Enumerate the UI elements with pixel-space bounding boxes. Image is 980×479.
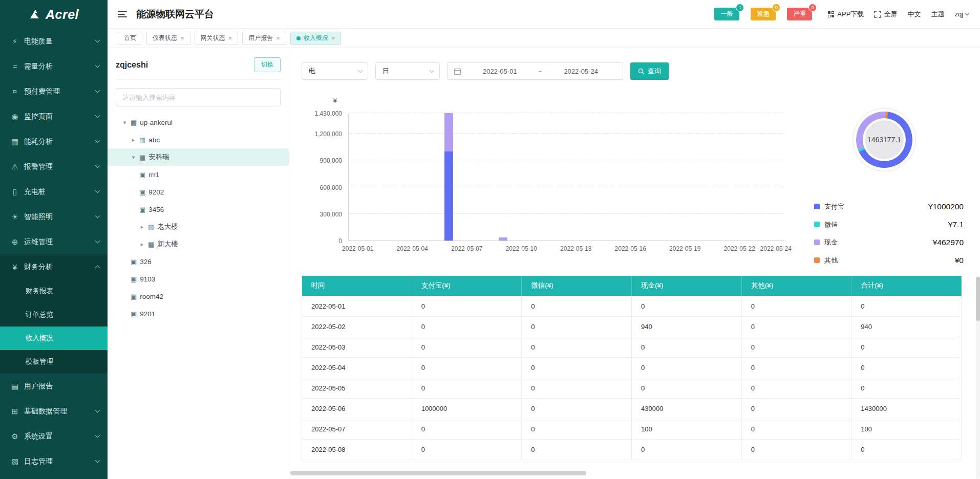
acrel-logo: Acrel (0, 0, 108, 29)
sidebar-subitem-financial-report[interactable]: 财务报表 (0, 279, 108, 303)
sidebar-subitem-template-management[interactable]: 模板管理 (0, 350, 108, 374)
x-axis-tick-label: 2022-05-13 (560, 245, 591, 252)
vertical-scrollbar-thumb[interactable] (976, 277, 980, 321)
switch-button[interactable]: 切换 (254, 57, 281, 72)
tree-node[interactable]: ▣326 (108, 253, 289, 270)
caret-right-icon: ▸ (139, 224, 145, 230)
app-download-link[interactable]: APP下载 (827, 10, 864, 19)
tab-label: 首页 (124, 34, 136, 42)
sidebar-subitem-order-overview[interactable]: 订单总览 (0, 303, 108, 326)
sidebar-item-log-management[interactable]: ▧日志管理 (0, 449, 108, 474)
table-cell: 0 (412, 439, 522, 460)
period-select[interactable]: 日 (375, 62, 440, 80)
theme-switch[interactable]: 主题 (931, 10, 944, 19)
legend-item[interactable]: 现金¥462970 (814, 235, 964, 250)
tab-label: 收入概况 (304, 34, 328, 42)
sidebar-item-smart-lighting[interactable]: ☀智能照明 (0, 204, 108, 229)
legend-item[interactable]: 其他¥0 (814, 253, 964, 268)
tree-panel: zqjceshi 切换 ▾▦up-ankerui▸▦abc▾▦安科瑞▣rrr1▣… (108, 48, 289, 479)
logo-text: Acrel (46, 7, 79, 22)
gridline (349, 160, 784, 160)
sidebar-item-financial-analysis[interactable]: ¥财务分析 (0, 254, 108, 279)
date-start-value: 2022-05-01 (464, 68, 536, 75)
tab-meter-status[interactable]: 仪表状态× (146, 32, 190, 45)
tree-node[interactable]: ▣3456 (108, 201, 289, 218)
sidebar-item-power-quality[interactable]: ⚡电能质量 (0, 29, 108, 54)
close-icon[interactable]: × (276, 35, 280, 41)
tree-node[interactable]: ▾▦up-ankerui (108, 114, 289, 131)
sidebar-item-demand-analysis[interactable]: ≈需量分析 (0, 54, 108, 79)
energy-type-select[interactable]: 电 (302, 62, 368, 80)
sidebar-item-ops-management[interactable]: ⊕运维管理 (0, 229, 108, 254)
alarm-badge-general[interactable]: 一般1 (714, 8, 739, 20)
fullscreen-link[interactable]: 全屏 (874, 10, 897, 19)
x-axis-tick-label: 2022-05-16 (615, 245, 646, 252)
horizontal-scrollbar-thumb[interactable] (290, 471, 586, 475)
x-axis-tick-label: 2022-05-07 (451, 245, 482, 252)
table-cell: 0 (522, 419, 632, 439)
table-row: 2022-05-0800000 (302, 439, 962, 460)
close-icon[interactable]: × (331, 35, 335, 41)
close-icon[interactable]: × (228, 35, 232, 41)
vertical-scrollbar[interactable] (976, 276, 980, 479)
tree-node[interactable]: ▣9201 (108, 305, 289, 322)
x-axis-tick-label: 2022-05-10 (506, 245, 537, 252)
tree-node[interactable]: ▣9202 (108, 183, 289, 201)
tree-node[interactable]: ▸▦新大楼 (108, 235, 289, 253)
tab-income-overview[interactable]: 收入概况× (290, 32, 342, 45)
table-cell: 2022-05-06 (302, 398, 412, 419)
table-cell: 0 (631, 439, 741, 460)
tab-home[interactable]: 首页 (118, 32, 142, 45)
close-icon[interactable]: × (180, 35, 184, 41)
page-title: 能源物联网云平台 (136, 8, 214, 21)
finance-icon: ¥ (10, 263, 19, 271)
sidebar-item-charging-pile[interactable]: ▯充电桩 (0, 179, 108, 204)
alarm-badge-urgent[interactable]: 紧急0 (751, 8, 776, 20)
tab-user-report[interactable]: 用户报告× (242, 32, 286, 45)
tree-node[interactable]: ▸▦abc (108, 131, 289, 148)
tree-node[interactable]: ▣room42 (108, 288, 289, 305)
sidebar-item-basic-data-management[interactable]: ⊞基础数据管理 (0, 399, 108, 424)
date-range-picker[interactable]: 2022-05-01 ~ 2022-05-24 (447, 62, 623, 80)
chart-legend: 支付宝¥1000200微信¥7.1现金¥462970其他¥0 (814, 199, 964, 271)
legend-name: 现金 (824, 238, 838, 247)
user-menu[interactable]: zqj (954, 10, 969, 18)
tree-node[interactable]: ▣rrr1 (108, 166, 289, 183)
charging-icon: ▯ (10, 187, 19, 197)
sidebar-item-alarm-management[interactable]: ⚠报警管理 (0, 154, 108, 179)
tree-node-label: rrr1 (148, 171, 159, 179)
legend-item[interactable]: 支付宝¥1000200 (814, 199, 964, 214)
tree-node[interactable]: ▣9103 (108, 270, 289, 288)
sidebar-subitem-income-overview[interactable]: 收入概况 (0, 326, 108, 350)
report-icon: ▤ (10, 382, 19, 391)
chart-area: ¥ 0300,000600,000900,0001,200,0001,430,0… (302, 95, 967, 272)
language-switch[interactable]: 中文 (907, 10, 921, 19)
sidebar-item-prepaid-management[interactable]: ¤预付费管理 (0, 79, 108, 104)
table-cell: 2022-05-04 (302, 357, 412, 378)
tree-node[interactable]: ▾▦安科瑞 (108, 148, 289, 166)
sidebar-item-energy-analysis[interactable]: ▦能耗分析 (0, 129, 108, 154)
alarm-badge-critical[interactable]: 严重0 (787, 8, 812, 20)
tree-node-label: 9201 (140, 310, 155, 318)
tab-gateway-status[interactable]: 网关状态× (195, 32, 239, 45)
table-cell: 0 (741, 357, 851, 378)
sidebar-item-label: 用户报告 (24, 382, 99, 391)
sidebar-item-system-settings[interactable]: ⚙系统设置 (0, 424, 108, 449)
sidebar-item-monitor-pages[interactable]: ◉监控页面 (0, 104, 108, 129)
building-icon: ▦ (131, 119, 137, 126)
sidebar-item-user-report[interactable]: ▤用户报告 (0, 374, 108, 399)
legend-value: ¥7.1 (948, 220, 964, 229)
table-cell: 0 (851, 296, 962, 316)
y-axis-tick-label: 900,000 (320, 157, 342, 164)
tree-node[interactable]: ▸▦老大楼 (108, 218, 289, 235)
query-button[interactable]: 查询 (630, 62, 669, 80)
energy-icon: ▦ (10, 137, 19, 146)
table-cell: 0 (412, 316, 522, 337)
tree-search-input[interactable] (116, 88, 281, 106)
tree-node-label: 326 (140, 258, 152, 266)
sidebar-item-label: 电能质量 (24, 37, 96, 46)
menu-toggle-icon[interactable] (118, 11, 127, 17)
table-row: 2022-05-061000000043000001430000 (302, 398, 962, 419)
caret-down-icon: ▾ (131, 154, 136, 161)
legend-item[interactable]: 微信¥7.1 (814, 217, 964, 232)
